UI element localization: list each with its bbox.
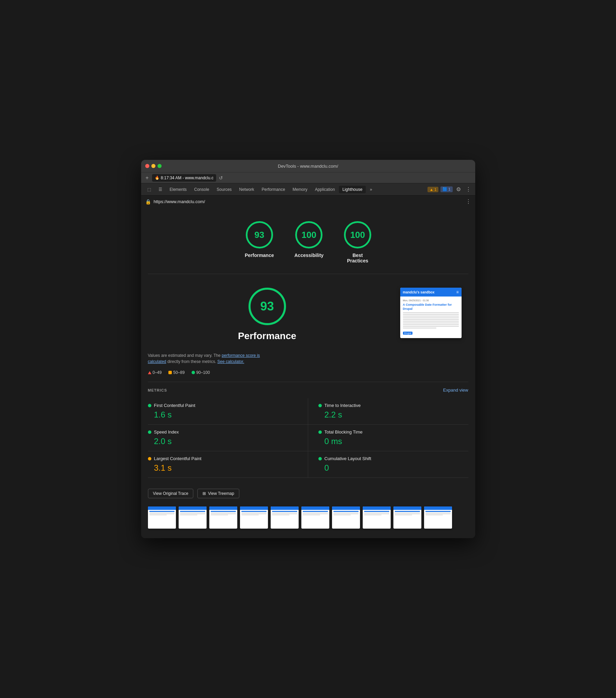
si-value: 2.0 s — [148, 436, 298, 446]
thumbnail-3 — [209, 506, 237, 529]
metric-cls: Cumulative Layout Shift 0 — [308, 451, 468, 478]
accessibility-label: Accessibility — [294, 253, 324, 258]
settings-button[interactable]: ⚙ — [455, 185, 462, 193]
window-title: DevTools - www.mandclu.com/ — [278, 164, 338, 169]
warning-badge[interactable]: ▲ 1 — [427, 187, 438, 192]
thumbnail-8 — [363, 506, 391, 529]
metrics-grid: First Contentful Paint 1.6 s Time to Int… — [148, 398, 468, 478]
metric-fcp: First Contentful Paint 1.6 s — [148, 398, 308, 425]
devtools-toolbar: ⬚ ☰ fcp Elements Console Sources Network… — [141, 183, 475, 195]
more-options-button[interactable]: ⋮ — [464, 185, 473, 193]
tti-value: 2.2 s — [318, 410, 468, 420]
medium-range: 50–89 — [173, 370, 184, 375]
tab-application[interactable]: Application — [312, 186, 339, 193]
best-practices-circle: 100 — [344, 221, 371, 249]
lcp-status-dot — [148, 457, 151, 460]
bad-range: 0–49 — [153, 370, 162, 375]
best-practices-score-value: 100 — [350, 230, 365, 240]
performance-section-title: Performance — [238, 331, 296, 341]
thumbnail-5 — [271, 506, 299, 529]
new-tab-button[interactable]: + — [144, 174, 151, 181]
score-summary: 93 Performance 100 Accessibility 100 Bes… — [148, 214, 468, 274]
reload-button[interactable]: ↺ — [219, 175, 223, 181]
metrics-section: METRICS Expand view First Contentful Pai… — [148, 382, 468, 483]
thumbnail-10 — [424, 506, 452, 529]
calculator-link[interactable]: See calculator. — [218, 359, 244, 364]
browser-window: DevTools - www.mandclu.com/ + 🔥 8:17:34 … — [141, 160, 475, 538]
metric-tti: Time to Interactive 2.2 s — [308, 398, 468, 425]
article-title: A Composable Date Formatter for Drupal — [403, 303, 459, 311]
thumbnail-4 — [240, 506, 268, 529]
tti-status-dot — [318, 404, 322, 407]
perf-desc-text2: directly from these metrics. — [167, 359, 218, 364]
view-trace-label: View Original Trace — [153, 491, 189, 496]
treemap-icon: ⊞ — [203, 491, 206, 496]
view-trace-button[interactable]: View Original Trace — [148, 489, 194, 498]
tab-memory[interactable]: Memory — [289, 186, 311, 193]
maximize-button[interactable] — [158, 164, 162, 168]
tab-lighthouse[interactable]: Lighthouse — [339, 186, 366, 193]
info-badge[interactable]: 🟦 1 — [440, 186, 452, 192]
tab-bar: + 🔥 8:17:34 AM - www.mandclu.c ↺ — [141, 172, 475, 183]
url-more-button[interactable]: ⋮ — [466, 198, 471, 205]
tab-console[interactable]: Console — [191, 186, 213, 193]
performance-label: Performance — [245, 253, 274, 258]
tab-performance[interactable]: Performance — [258, 186, 289, 193]
perf-desc-text: Values are estimated and may vary. The — [148, 353, 221, 358]
metric-tbt: Total Blocking Time 0 ms — [308, 425, 468, 451]
thumbnail-9 — [393, 506, 421, 529]
si-status-dot — [148, 431, 151, 434]
device-tool[interactable]: ☰ — [155, 186, 166, 193]
expand-view-button[interactable]: Expand view — [443, 388, 468, 393]
tab-sources[interactable]: Sources — [214, 186, 235, 193]
fcp-label: First Contentful Paint — [154, 403, 195, 408]
tab-label: 8:17:34 AM - www.mandclu.c — [161, 176, 214, 180]
tab-network[interactable]: Network — [236, 186, 258, 193]
legend-good: 90–100 — [192, 370, 210, 375]
more-tabs-button[interactable]: » — [367, 186, 376, 193]
cls-status-dot — [318, 457, 322, 460]
fcp-value: 1.6 s — [148, 410, 298, 420]
performance-detail: 93 Performance Values are estimated and … — [148, 281, 468, 382]
screenshot-header: mandclu's sandbox ≡ — [400, 288, 462, 296]
article-text-preview — [403, 312, 459, 329]
medium-icon — [168, 371, 172, 374]
view-treemap-button[interactable]: ⊞ View Treemap — [197, 489, 239, 498]
lighthouse-panel: 93 Performance 100 Accessibility 100 Bes… — [141, 208, 475, 538]
page-screenshot: mandclu's sandbox ≡ Mon, 09/25/2021 - 01… — [400, 288, 462, 338]
performance-left-panel: 93 Performance Values are estimated and … — [148, 288, 386, 375]
toolbar-icons: ▲ 1 🟦 1 ⚙ ⋮ — [427, 185, 472, 193]
thumbnail-6 — [301, 506, 329, 529]
cls-value: 0 — [318, 463, 468, 473]
large-score-value: 93 — [260, 299, 274, 313]
thumbnail-7 — [332, 506, 360, 529]
close-button[interactable] — [145, 164, 149, 168]
minimize-button[interactable] — [151, 164, 155, 168]
cursor-tool[interactable]: ⬚ — [144, 186, 154, 193]
performance-score-value: 93 — [254, 230, 264, 240]
score-legend: 0–49 50–89 90–100 — [148, 370, 386, 375]
tab-elements[interactable]: Elements — [166, 186, 190, 193]
performance-description: Values are estimated and may vary. The p… — [148, 352, 271, 365]
cls-label: Cumulative Layout Shift — [325, 456, 371, 461]
title-bar: DevTools - www.mandclu.com/ — [141, 160, 475, 172]
lcp-value: 3.1 s — [148, 463, 298, 473]
screenshot-menu-icon: ≡ — [456, 290, 458, 294]
accessibility-circle: 100 — [295, 221, 323, 249]
browser-tab[interactable]: 🔥 8:17:34 AM - www.mandclu.c — [152, 174, 217, 182]
good-icon — [192, 371, 195, 374]
performance-score-item[interactable]: 93 Performance — [245, 221, 274, 263]
screenshot-panel: mandclu's sandbox ≡ Mon, 09/25/2021 - 01… — [400, 288, 468, 375]
tbt-status-dot — [318, 431, 322, 434]
article-date: Mon, 09/25/2021 - 01:36 — [403, 299, 459, 302]
lcp-label: Largest Contentful Paint — [154, 456, 202, 461]
best-practices-score-item[interactable]: 100 BestPractices — [344, 221, 371, 263]
article-tag: Drupal — [403, 332, 413, 335]
url-display[interactable]: https://www.mandclu.com/ — [154, 199, 463, 204]
url-bar: 🔒 https://www.mandclu.com/ ⋮ — [141, 195, 475, 208]
metric-lcp: Largest Contentful Paint 3.1 s — [148, 451, 308, 478]
accessibility-score-item[interactable]: 100 Accessibility — [294, 221, 324, 263]
best-practices-label: BestPractices — [347, 253, 368, 263]
tbt-value: 0 ms — [318, 436, 468, 446]
thumbnail-2 — [179, 506, 207, 529]
